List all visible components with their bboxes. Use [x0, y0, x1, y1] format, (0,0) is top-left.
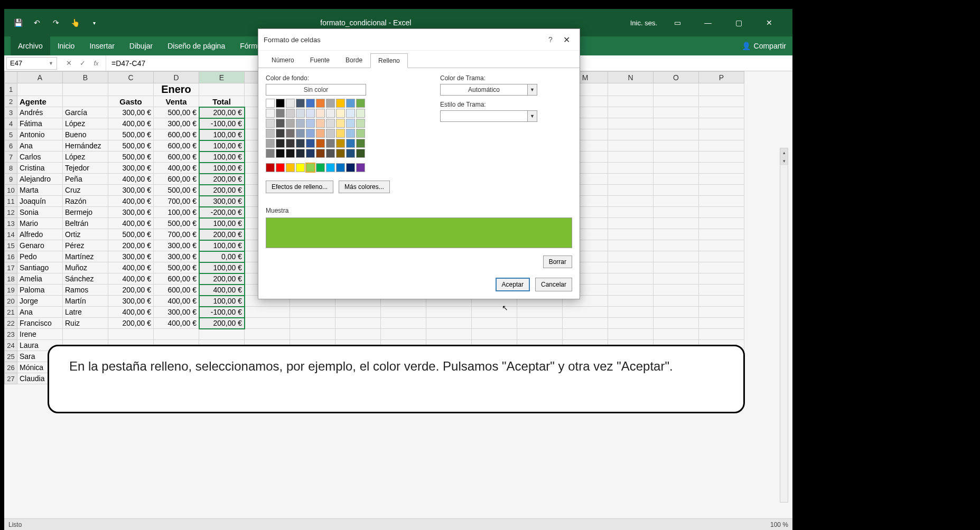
row-header[interactable]: 5: [5, 129, 17, 140]
color-swatch[interactable]: [336, 129, 345, 138]
cell[interactable]: [654, 329, 699, 340]
color-swatch[interactable]: [356, 119, 365, 128]
color-swatch[interactable]: [296, 149, 305, 158]
cell[interactable]: [654, 140, 699, 152]
cell[interactable]: Francisco: [17, 318, 63, 329]
cell[interactable]: 600,00 €: [154, 129, 199, 140]
cell[interactable]: 200,00 €: [108, 285, 154, 296]
cell[interactable]: 300,00 €: [199, 196, 245, 207]
cell[interactable]: 100,00 €: [154, 207, 199, 218]
cell[interactable]: [699, 262, 744, 273]
cell[interactable]: Bueno: [63, 129, 108, 140]
cell[interactable]: [608, 196, 654, 207]
cell[interactable]: Carlos: [17, 152, 63, 163]
cell[interactable]: [654, 273, 699, 285]
cell[interactable]: Alejandro: [17, 174, 63, 185]
cancel-formula-icon[interactable]: ✕: [62, 57, 75, 70]
cell[interactable]: 300,00 €: [108, 296, 154, 307]
cell[interactable]: Fátima: [17, 118, 63, 129]
row-header[interactable]: 6: [5, 140, 17, 152]
color-swatch[interactable]: [286, 119, 295, 128]
color-swatch[interactable]: [286, 129, 295, 138]
help-icon[interactable]: ?: [543, 33, 558, 46]
cell[interactable]: [608, 218, 654, 229]
cell[interactable]: [517, 329, 563, 340]
touch-mode-icon[interactable]: 👆: [68, 15, 82, 30]
cell[interactable]: 400,00 €: [154, 318, 199, 329]
cell[interactable]: Cruz: [63, 185, 108, 196]
more-colors-button[interactable]: Más colores...: [339, 181, 390, 193]
cell[interactable]: 600,00 €: [154, 273, 199, 285]
color-swatch[interactable]: [336, 119, 345, 128]
color-swatch[interactable]: [326, 109, 335, 118]
color-swatch[interactable]: [336, 99, 345, 108]
cell[interactable]: 400,00 €: [108, 273, 154, 285]
cell[interactable]: [381, 307, 426, 318]
cell[interactable]: 700,00 €: [154, 196, 199, 207]
color-swatch[interactable]: [316, 163, 325, 172]
color-swatch[interactable]: [276, 99, 285, 108]
cell[interactable]: Jorge: [17, 296, 63, 307]
cell[interactable]: López: [63, 118, 108, 129]
close-icon[interactable]: ✕: [759, 12, 780, 33]
cell[interactable]: 400,00 €: [154, 296, 199, 307]
save-icon[interactable]: 💾: [11, 15, 25, 30]
tab-dibujar[interactable]: Dibujar: [122, 36, 160, 55]
column-header-b[interactable]: B: [63, 72, 108, 83]
color-swatch[interactable]: [296, 139, 305, 148]
row-header[interactable]: 1: [5, 83, 17, 96]
cell[interactable]: Bermejo: [63, 207, 108, 218]
cell[interactable]: [245, 329, 290, 340]
color-swatch[interactable]: [276, 149, 285, 158]
cell[interactable]: [472, 329, 517, 340]
column-header-e[interactable]: E: [199, 72, 245, 83]
cell[interactable]: Beltrán: [63, 218, 108, 229]
cell[interactable]: [654, 118, 699, 129]
color-swatch[interactable]: [306, 129, 315, 138]
cell[interactable]: -100,00 €: [199, 307, 245, 318]
cell[interactable]: [563, 329, 608, 340]
cell[interactable]: -200,00 €: [199, 207, 245, 218]
tab-archivo[interactable]: Archivo: [11, 36, 50, 55]
cell[interactable]: 500,00 €: [108, 229, 154, 240]
color-swatch[interactable]: [356, 139, 365, 148]
cell[interactable]: [199, 329, 245, 340]
cell[interactable]: 100,00 €: [199, 240, 245, 251]
cell[interactable]: Enero: [154, 83, 199, 96]
cell[interactable]: Hernández: [63, 140, 108, 152]
cell[interactable]: [699, 273, 744, 285]
color-swatch[interactable]: [266, 109, 275, 118]
row-header[interactable]: 27: [5, 373, 17, 384]
color-swatch[interactable]: [306, 139, 315, 148]
column-header-d[interactable]: D: [154, 72, 199, 83]
color-swatch[interactable]: [346, 149, 355, 158]
cell[interactable]: [699, 207, 744, 218]
cell[interactable]: Agente: [17, 96, 63, 107]
cell[interactable]: [699, 83, 744, 96]
cell[interactable]: 200,00 €: [199, 273, 245, 285]
cell[interactable]: 500,00 €: [154, 262, 199, 273]
cell[interactable]: [654, 174, 699, 185]
cell[interactable]: [699, 163, 744, 174]
cell[interactable]: [608, 251, 654, 262]
color-swatch[interactable]: [336, 149, 345, 158]
color-swatch[interactable]: [296, 129, 305, 138]
cell[interactable]: Ramos: [63, 285, 108, 296]
cell[interactable]: Andrés: [17, 107, 63, 118]
cell[interactable]: 400,00 €: [154, 163, 199, 174]
cell[interactable]: 100,00 €: [199, 296, 245, 307]
color-swatch[interactable]: [266, 119, 275, 128]
accept-button[interactable]: Aceptar: [496, 278, 530, 291]
ribbon-display-icon[interactable]: ▭: [667, 12, 688, 33]
no-color-button[interactable]: Sin color: [266, 84, 366, 96]
fx-icon[interactable]: fx: [90, 57, 102, 70]
pattern-color-combo[interactable]: Automático ▼: [440, 84, 537, 96]
cell[interactable]: Muñoz: [63, 262, 108, 273]
color-swatch[interactable]: [276, 129, 285, 138]
cell[interactable]: [608, 163, 654, 174]
row-header[interactable]: 2: [5, 96, 17, 107]
cell[interactable]: Ruiz: [63, 318, 108, 329]
cell[interactable]: [245, 318, 290, 329]
row-header[interactable]: 8: [5, 163, 17, 174]
cell[interactable]: [699, 107, 744, 118]
